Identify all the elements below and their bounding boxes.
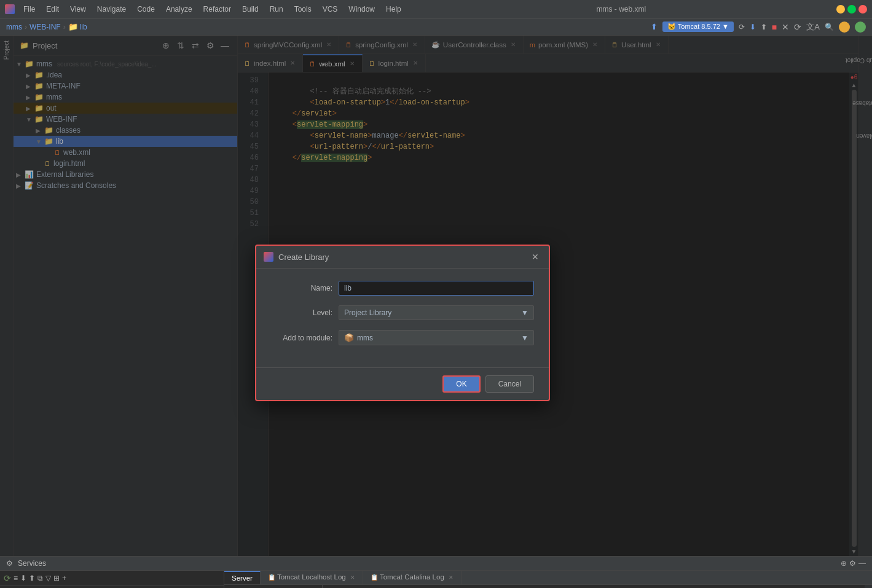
- add-button[interactable]: ⊕: [160, 39, 172, 52]
- catalina-log-close[interactable]: ✕: [449, 574, 454, 581]
- chevron-down-icon: ▼: [521, 308, 528, 317]
- maximize-button[interactable]: [847, 5, 856, 14]
- menu-refactor[interactable]: Refactor: [198, 4, 236, 15]
- dialog-close-button[interactable]: ✕: [529, 251, 541, 263]
- menu-file[interactable]: File: [18, 4, 40, 15]
- toolbar-icon-4[interactable]: ■: [772, 22, 777, 32]
- tree-item-webinf[interactable]: ▼ 📁 WEB-INF: [14, 114, 237, 125]
- tab-close-webxml[interactable]: ✕: [348, 60, 356, 68]
- tab-close-springmvcconfig[interactable]: ✕: [325, 41, 332, 49]
- menu-build[interactable]: Build: [237, 4, 264, 15]
- menu-vcs[interactable]: VCS: [318, 4, 343, 15]
- tab-springmvcconfig[interactable]: 🗒 springMVCConfig.xml ✕: [238, 36, 339, 54]
- minimize-button[interactable]: [836, 5, 845, 14]
- collapse-button[interactable]: ⇄: [189, 39, 202, 52]
- toolbar-icon-6[interactable]: ⟳: [794, 22, 801, 32]
- scroll-down[interactable]: ▼: [851, 548, 857, 555]
- tab-usercontroller[interactable]: ☕ UserController.class ✕: [425, 36, 524, 54]
- vcs-icon[interactable]: ⬆: [651, 22, 658, 31]
- menu-edit[interactable]: Edit: [41, 4, 64, 15]
- menu-tools[interactable]: Tools: [289, 4, 316, 15]
- tree-item-mms-folder[interactable]: ▶ 📁 mms: [14, 92, 237, 103]
- tab-close-userhtml[interactable]: ✕: [654, 41, 662, 49]
- menu-code[interactable]: Code: [132, 4, 160, 15]
- tab-webxml[interactable]: 🗒 web.xml ✕: [303, 54, 362, 73]
- menu-run[interactable]: Run: [265, 4, 288, 15]
- toolbar-icon-3[interactable]: ⬆: [761, 23, 767, 31]
- breadcrumb-item-2[interactable]: 📁 lib: [68, 22, 87, 31]
- tab-close-pomxml[interactable]: ✕: [591, 41, 599, 49]
- tree-item-webxml[interactable]: 🗒 web.xml: [14, 147, 237, 158]
- services-add-button[interactable]: ⊕: [841, 559, 847, 568]
- dialog-level-value: Project Library: [344, 308, 391, 317]
- editor-scrollbar[interactable]: ●6 ▲ ▼: [849, 73, 858, 556]
- dialog-name-input[interactable]: [339, 281, 534, 296]
- dialog-level-select[interactable]: Project Library ▼: [339, 305, 534, 320]
- dialog-module-select[interactable]: 📦 mms ▼: [339, 330, 534, 345]
- services-tab-server[interactable]: Server: [224, 571, 261, 584]
- tree-item-classes[interactable]: ▶ 📁 classes: [14, 125, 237, 136]
- toolbar-icon-1[interactable]: ⟳: [739, 23, 745, 31]
- tab-indexhtml[interactable]: 🗒 index.html ✕: [238, 54, 303, 73]
- tree-label-scratches: Scratches and Consoles: [36, 181, 116, 190]
- tree-item-metainf[interactable]: ▶ 📁 META-INF: [14, 80, 237, 92]
- breadcrumb-item-0[interactable]: mms: [6, 23, 22, 31]
- project-tab-label[interactable]: Project: [2, 38, 11, 62]
- github-copilot-tab[interactable]: GitHub Copilot: [843, 56, 872, 65]
- tree-item-loginhtml[interactable]: 🗒 login.html: [14, 158, 237, 169]
- scroll-up[interactable]: ▲: [851, 82, 857, 88]
- toolbar-icon-translate[interactable]: 文A: [806, 22, 820, 33]
- services-toolbar: ⟳ ≡ ⬇ ⬆ ⧉ ▽ ⊞ +: [0, 571, 224, 586]
- tree-item-external-libs[interactable]: ▶ 📊 External Libraries: [14, 169, 237, 180]
- services-settings-button[interactable]: ⚙: [849, 559, 856, 568]
- services-run-button[interactable]: ⟳: [4, 573, 11, 583]
- toolbar-icon-extra[interactable]: [855, 22, 866, 33]
- localhost-log-close[interactable]: ✕: [350, 574, 355, 581]
- tree-item-idea[interactable]: ▶ 📁 .idea: [14, 69, 237, 80]
- services-btn-3[interactable]: ⬆: [29, 574, 35, 582]
- tree-item-lib[interactable]: ▼ 📁 lib: [14, 136, 237, 147]
- tab-springconfig[interactable]: 🗒 springConfig.xml ✕: [339, 36, 425, 54]
- tab-close-indexhtml[interactable]: ✕: [289, 59, 296, 67]
- breadcrumb-item-1[interactable]: WEB-INF: [29, 23, 61, 31]
- menu-view[interactable]: View: [65, 4, 91, 15]
- toolbar-icon-5[interactable]: ✕: [782, 22, 789, 32]
- maven-tab[interactable]: Maven: [854, 131, 872, 140]
- services-btn-7[interactable]: +: [62, 574, 66, 582]
- tab-close-loginhtml[interactable]: ✕: [412, 59, 419, 67]
- services-btn-4[interactable]: ⧉: [37, 574, 43, 582]
- services-tab-catalina-log[interactable]: 📋 Tomcat Catalina Log ✕: [363, 571, 462, 584]
- title-bar: File Edit View Navigate Code Analyze Ref…: [0, 0, 872, 18]
- tree-item-scratches[interactable]: ▶ 📝 Scratches and Consoles: [14, 180, 237, 191]
- toolbar-avatar[interactable]: [839, 22, 850, 33]
- services-btn-5[interactable]: ▽: [45, 574, 51, 582]
- close-sidebar-button[interactable]: —: [219, 39, 231, 52]
- tab-close-springconfig[interactable]: ✕: [411, 41, 418, 49]
- close-button[interactable]: [858, 5, 867, 14]
- database-tab[interactable]: Database: [850, 99, 872, 108]
- menu-help[interactable]: Help: [381, 4, 406, 15]
- menu-analyze[interactable]: Analyze: [161, 4, 197, 15]
- tab-pomxml[interactable]: m pom.xml (MMS) ✕: [524, 36, 605, 54]
- services-btn-6[interactable]: ⊞: [53, 574, 60, 582]
- tab-userhtml[interactable]: 🗒 User.html ✕: [605, 36, 669, 54]
- menu-window[interactable]: Window: [344, 4, 380, 15]
- services-btn-2[interactable]: ⬇: [20, 574, 26, 582]
- tree-item-mms[interactable]: ▼ 📁 mms sources root, F:\code_space\idea…: [14, 58, 237, 69]
- settings-button[interactable]: ⚙: [204, 39, 216, 52]
- tomcat-indicator[interactable]: 🐱 Tomcat 8.5.72 ▼: [662, 22, 734, 32]
- expand-all-button[interactable]: ⇅: [175, 39, 187, 52]
- services-minimize-button[interactable]: —: [858, 559, 866, 568]
- tab-loginhtml[interactable]: 🗒 login.html ✕: [363, 54, 426, 73]
- scroll-thumb[interactable]: [852, 90, 857, 547]
- output-scrollbar[interactable]: ▲ ▼: [865, 585, 872, 588]
- dialog-ok-button[interactable]: OK: [442, 375, 480, 393]
- toolbar-search[interactable]: 🔍: [825, 23, 834, 31]
- tab-close-usercontroller[interactable]: ✕: [509, 41, 517, 49]
- dialog-cancel-button[interactable]: Cancel: [485, 375, 534, 393]
- toolbar-icon-2[interactable]: ⬇: [750, 23, 756, 31]
- services-tab-localhost-log[interactable]: 📋 Tomcat Localhost Log ✕: [261, 571, 363, 584]
- tree-item-out[interactable]: ▶ 📁 out: [14, 103, 237, 114]
- services-stop-button[interactable]: ≡: [14, 574, 18, 582]
- menu-navigate[interactable]: Navigate: [92, 4, 131, 15]
